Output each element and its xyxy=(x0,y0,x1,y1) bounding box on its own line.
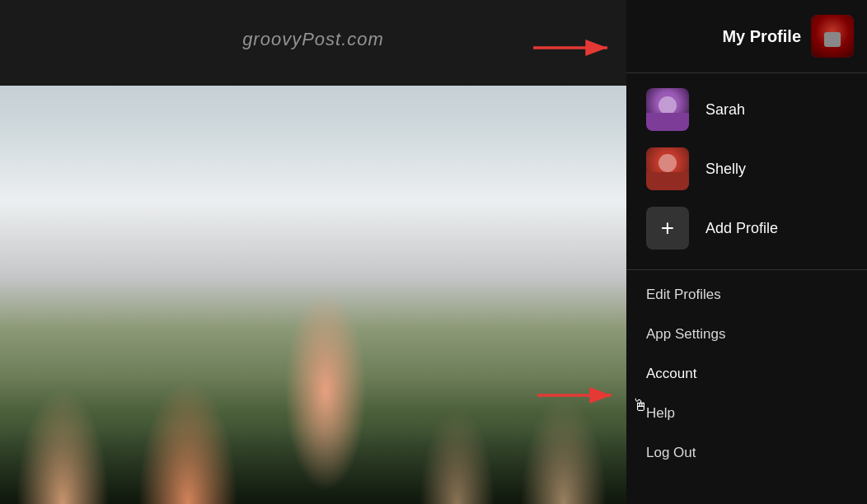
profile-item-shelly[interactable]: Shelly xyxy=(626,139,867,198)
current-profile-avatar xyxy=(811,15,854,58)
logout-label: Log Out xyxy=(646,445,696,460)
help-label: Help xyxy=(646,405,675,421)
main-content: groovyPost.com xyxy=(0,0,626,504)
watermark-text: groovyPost.com xyxy=(242,29,384,50)
profile-dropdown: My Profile Sarah Shelly + Add Profile xyxy=(626,0,867,504)
background-image xyxy=(0,0,626,504)
sarah-avatar-img xyxy=(646,88,689,131)
account-item[interactable]: Account xyxy=(626,354,867,394)
add-profile-item[interactable]: + Add Profile xyxy=(626,198,867,258)
robot-avatar xyxy=(811,15,854,58)
my-profile-label: My Profile xyxy=(722,27,801,46)
edit-profiles-label: Edit Profiles xyxy=(646,287,721,302)
edit-profiles-item[interactable]: Edit Profiles xyxy=(626,275,867,315)
account-label: Account xyxy=(646,366,696,381)
sarah-profile-name: Sarah xyxy=(705,101,745,119)
add-profile-label: Add Profile xyxy=(705,220,778,237)
plus-icon: + xyxy=(661,217,674,240)
sarah-avatar-thumb xyxy=(646,88,689,131)
add-profile-icon: + xyxy=(646,207,689,250)
my-profile-header[interactable]: My Profile xyxy=(626,0,867,73)
app-settings-label: App Settings xyxy=(646,326,725,342)
shelly-avatar-img xyxy=(646,147,689,190)
profile-item-sarah[interactable]: Sarah xyxy=(626,80,867,139)
shelly-avatar-thumb xyxy=(646,147,689,190)
help-item[interactable]: Help xyxy=(626,394,867,433)
app-settings-item[interactable]: App Settings xyxy=(626,315,867,354)
show-figures xyxy=(0,126,626,504)
menu-divider xyxy=(626,269,867,270)
menu-items-container: Sarah Shelly + Add Profile Edit Profiles… xyxy=(626,73,867,504)
logout-item[interactable]: Log Out xyxy=(626,433,867,473)
shelly-profile-name: Shelly xyxy=(705,161,746,178)
